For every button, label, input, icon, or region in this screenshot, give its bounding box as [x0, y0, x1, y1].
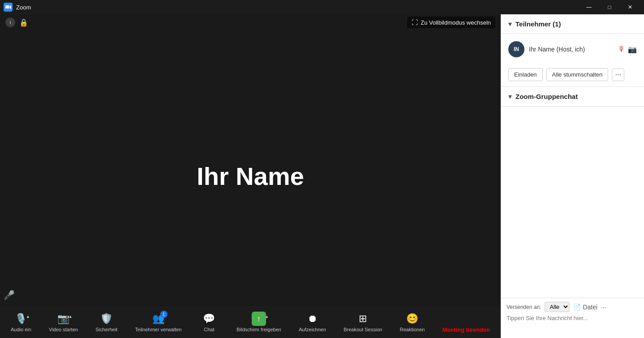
file-icon: 📄 — [573, 304, 581, 311]
participant-item: IN Ihr Name (Host, ich) 🎙 📷 — [508, 38, 637, 61]
reactions-button[interactable]: 😊 Reaktionen — [396, 310, 429, 334]
chat-messages[interactable] — [501, 107, 644, 298]
fullscreen-button[interactable]: ⛶ Zu Vollbildmodus wechseln — [407, 17, 495, 28]
chat-icon: 💬 — [202, 312, 216, 326]
fullscreen-icon: ⛶ — [412, 19, 418, 26]
end-meeting-button[interactable]: Meeting beenden — [439, 309, 494, 335]
video-area: i 🔒 ⛶ Zu Vollbildmodus wechseln Ihr Name… — [0, 14, 501, 338]
chat-footer: Versenden an: Alle 📄 Datei ··· — [501, 298, 644, 338]
participants-actions: Einladen Alle stummschalten ··· — [501, 64, 644, 87]
end-meeting-icon — [459, 311, 473, 325]
chat-header: ▾ Zoom-Gruppenchat — [501, 87, 644, 107]
right-panel: ▾ Teilnehmer (1) IN Ihr Name (Host, ich)… — [501, 14, 644, 338]
audio-chevron-icon[interactable]: ▲ — [26, 314, 30, 319]
record-icon: ⏺ — [305, 312, 320, 326]
participants-chevron-icon[interactable]: ▾ — [508, 20, 512, 28]
mute-all-button[interactable]: Alle stummschalten — [546, 68, 609, 81]
close-button[interactable]: ✕ — [620, 0, 640, 14]
reactions-icon: 😊 — [405, 312, 420, 326]
audio-button[interactable]: 🎙️ ▲ Audio ein — [7, 310, 35, 334]
video-main: Ihr Name — [0, 14, 501, 338]
chat-more-button[interactable]: ··· — [601, 304, 606, 311]
lock-icon[interactable]: 🔒 — [19, 17, 29, 27]
security-label: Sicherheit — [95, 327, 117, 332]
file-button[interactable]: 📄 Datei — [573, 304, 597, 311]
participant-name-display: Ihr Name — [197, 162, 304, 191]
chat-chevron-icon[interactable]: ▾ — [508, 92, 512, 101]
participant-mic-muted-icon: 🎙 — [618, 45, 625, 54]
participants-label: Teilnehmer verwalten — [135, 327, 182, 332]
share-button[interactable]: ↑ ▲ Bildschirm freigeben — [233, 310, 285, 334]
titlebar-controls: — □ ✕ — [579, 0, 640, 14]
participants-badge: 1 — [160, 311, 167, 318]
audio-label: Audio ein — [11, 327, 31, 332]
video-topbar: i 🔒 ⛶ Zu Vollbildmodus wechseln — [0, 14, 501, 30]
chat-send-to-row: Versenden an: Alle 📄 Datei ··· — [507, 302, 639, 312]
share-label: Bildschirm freigeben — [236, 327, 281, 332]
video-chevron-icon[interactable]: ▲ — [69, 314, 73, 319]
video-button[interactable]: 📷 ▲ Video starten — [45, 310, 82, 334]
participant-video-muted-icon: 📷 — [628, 45, 637, 54]
zoom-logo-icon — [4, 3, 13, 12]
toolbar: 🎙️ ▲ Audio ein 📷 ▲ Video starten 🛡️ Sich… — [0, 306, 501, 338]
share-chevron-icon[interactable]: ▲ — [265, 314, 269, 319]
video-info-icons: i 🔒 — [5, 17, 29, 27]
chat-input[interactable] — [507, 315, 639, 333]
titlebar-title: Zoom — [16, 4, 31, 11]
video-icon: 📷 ▲ — [56, 312, 71, 326]
security-button[interactable]: 🛡️ Sicherheit — [92, 310, 121, 334]
titlebar-left: Zoom — [4, 3, 31, 12]
file-label: Datei — [583, 304, 597, 311]
participants-header: ▾ Teilnehmer (1) — [501, 14, 644, 34]
participants-section: ▾ Teilnehmer (1) IN Ihr Name (Host, ich)… — [501, 14, 644, 87]
breakout-label: Breakout Session — [343, 327, 382, 332]
main-content: i 🔒 ⛶ Zu Vollbildmodus wechseln Ihr Name… — [0, 14, 644, 338]
titlebar: Zoom — □ ✕ — [0, 0, 644, 14]
share-icon-inner: ↑ — [252, 312, 266, 326]
chat-title: Zoom-Gruppenchat — [515, 93, 578, 100]
send-to-label: Versenden an: — [507, 304, 541, 310]
maximize-button[interactable]: □ — [599, 0, 620, 14]
record-button[interactable]: ⏺ Aufzeichnen — [295, 310, 330, 334]
share-icon: ↑ ▲ — [252, 312, 266, 326]
chat-section: ▾ Zoom-Gruppenchat Versenden an: Alle 📄 … — [501, 87, 644, 338]
chat-label: Chat — [204, 327, 214, 332]
participants-button[interactable]: 👥 1 Teilnehmer verwalten — [132, 310, 185, 334]
participants-more-button[interactable]: ··· — [612, 68, 624, 81]
mic-off-indicator: 🎤 — [4, 290, 15, 300]
fullscreen-label: Zu Vollbildmodus wechseln — [421, 19, 491, 26]
participant-controls: 🎙 📷 — [618, 45, 637, 54]
breakout-icon: ⊞ — [356, 312, 370, 326]
participants-icon: 👥 1 — [151, 312, 166, 326]
info-icon[interactable]: i — [5, 17, 15, 27]
minimize-button[interactable]: — — [579, 0, 599, 14]
security-icon: 🛡️ — [99, 312, 114, 326]
breakout-button[interactable]: ⊞ Breakout Session — [340, 310, 386, 334]
send-to-select[interactable]: Alle — [545, 302, 570, 312]
end-meeting-label: Meeting beenden — [442, 326, 490, 333]
svg-marker-1 — [5, 5, 9, 9]
video-label: Video starten — [49, 327, 78, 332]
participants-title: Teilnehmer (1) — [515, 20, 561, 28]
audio-icon: 🎙️ ▲ — [14, 312, 28, 326]
participant-avatar: IN — [508, 41, 524, 57]
participants-list: IN Ihr Name (Host, ich) 🎙 📷 — [501, 34, 644, 64]
record-label: Aufzeichnen — [299, 327, 326, 332]
invite-button[interactable]: Einladen — [508, 68, 543, 81]
chat-button[interactable]: 💬 Chat — [196, 310, 223, 334]
participant-name: Ihr Name (Host, ich) — [529, 46, 614, 53]
reactions-label: Reaktionen — [400, 327, 425, 332]
